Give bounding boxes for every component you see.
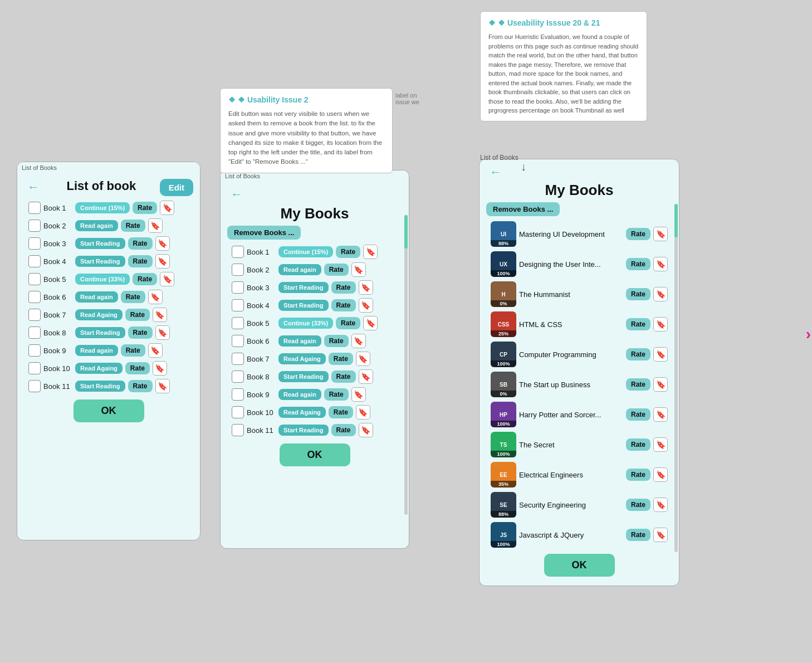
book-checkbox[interactable] [28, 273, 41, 285]
book-checkbox[interactable] [28, 309, 41, 321]
rate-button[interactable]: Rate [128, 380, 153, 392]
rate-button[interactable]: Rate [125, 362, 150, 374]
bookmark-button[interactable]: 🔖 [653, 227, 668, 241]
bookmark-button[interactable]: 🔖 [148, 290, 163, 304]
bookmark-button[interactable]: 🔖 [359, 423, 373, 437]
rate-button[interactable]: Rate [331, 281, 356, 294]
rate-button[interactable]: Rate [626, 438, 650, 451]
reading-action-button[interactable]: Read again [75, 291, 118, 303]
panel1-ok-button[interactable]: OK [74, 399, 144, 422]
reading-action-button[interactable]: Start Reading [75, 381, 125, 392]
book-checkbox[interactable] [232, 281, 244, 294]
bookmark-button[interactable]: 🔖 [351, 334, 366, 348]
panel2-remove-button[interactable]: Remove Books ... [227, 226, 301, 240]
reading-action-button[interactable]: Read again [75, 220, 118, 231]
book-thumbnail[interactable]: CSS 25% [491, 311, 516, 337]
bookmark-button[interactable]: 🔖 [653, 528, 668, 542]
bookmark-button[interactable]: 🔖 [155, 236, 170, 251]
book-checkbox[interactable] [28, 380, 41, 392]
book-checkbox[interactable] [232, 317, 244, 329]
bookmark-button[interactable]: 🔖 [653, 317, 668, 332]
reading-action-button[interactable]: Start Reading [278, 371, 329, 382]
bookmark-button[interactable]: 🔖 [653, 467, 668, 482]
reading-action-button[interactable]: Start Reading [278, 282, 329, 293]
book-thumbnail[interactable]: CP 100% [491, 342, 516, 367]
book-thumbnail[interactable]: UI 88% [491, 221, 516, 247]
panel3-remove-button[interactable]: Remove Books ... [486, 202, 560, 216]
rate-button[interactable]: Rate [128, 237, 153, 250]
panel3-scrollbar-track[interactable] [674, 204, 678, 552]
rate-button[interactable]: Rate [626, 318, 650, 330]
panel3-ok-button[interactable]: OK [544, 554, 615, 577]
rate-button[interactable]: Rate [121, 291, 145, 303]
rate-button[interactable]: Rate [128, 326, 153, 339]
reading-action-button[interactable]: Start Reading [278, 300, 329, 311]
bookmark-button[interactable]: 🔖 [148, 218, 163, 233]
bookmark-button[interactable]: 🔖 [653, 437, 668, 452]
reading-action-button[interactable]: Continue (33%) [75, 274, 130, 285]
bookmark-button[interactable]: 🔖 [653, 377, 668, 392]
book-checkbox[interactable] [232, 335, 244, 347]
rate-button[interactable]: Rate [626, 348, 650, 360]
rate-button[interactable]: Rate [125, 309, 150, 321]
book-checkbox[interactable] [28, 255, 41, 267]
book-checkbox[interactable] [232, 388, 244, 401]
rate-button[interactable]: Rate [331, 424, 356, 436]
reading-action-button[interactable]: Read again [278, 264, 321, 275]
book-thumbnail[interactable]: JS 100% [491, 522, 516, 548]
panel2-ok-button[interactable]: OK [280, 443, 350, 466]
book-checkbox[interactable] [232, 424, 244, 436]
bookmark-button[interactable]: 🔖 [653, 498, 668, 512]
rate-button[interactable]: Rate [626, 408, 650, 421]
reading-action-button[interactable]: Start Reading [75, 256, 125, 267]
rate-button[interactable]: Rate [336, 317, 360, 329]
bookmark-button[interactable]: 🔖 [359, 298, 373, 313]
rate-button[interactable]: Rate [121, 220, 145, 232]
rate-button[interactable]: Rate [626, 469, 650, 481]
panel2-scrollbar-thumb[interactable] [404, 215, 408, 248]
reading-action-button[interactable]: Start Reading [75, 238, 125, 249]
book-checkbox[interactable] [232, 406, 244, 418]
book-checkbox[interactable] [28, 362, 41, 374]
panel1-edit-button[interactable]: Edit [160, 179, 193, 196]
rate-button[interactable]: Rate [626, 378, 650, 391]
panel2-back-arrow[interactable]: ← [227, 186, 246, 203]
panel3-back-arrow[interactable]: ← [486, 164, 505, 181]
reading-action-button[interactable]: Start Reading [278, 425, 329, 436]
reading-action-button[interactable]: Read again [278, 335, 321, 347]
rate-button[interactable]: Rate [626, 288, 650, 300]
bookmark-button[interactable]: 🔖 [359, 280, 373, 295]
bookmark-button[interactable]: 🔖 [653, 287, 668, 301]
bookmark-button[interactable]: 🔖 [160, 201, 174, 215]
bookmark-button[interactable]: 🔖 [351, 262, 366, 277]
rate-button[interactable]: Rate [133, 202, 157, 214]
bookmark-button[interactable]: 🔖 [363, 245, 378, 259]
bookmark-button[interactable]: 🔖 [155, 254, 170, 269]
book-checkbox[interactable] [232, 246, 244, 258]
rate-button[interactable]: Rate [329, 406, 353, 418]
book-checkbox[interactable] [232, 370, 244, 383]
rate-button[interactable]: Rate [331, 370, 356, 383]
book-checkbox[interactable] [28, 344, 41, 357]
rate-button[interactable]: Rate [336, 246, 360, 258]
bookmark-button[interactable]: 🔖 [356, 405, 370, 420]
reading-action-button[interactable]: Continue (15%) [75, 202, 130, 213]
rate-button[interactable]: Rate [121, 344, 145, 357]
reading-action-button[interactable]: Continue (33%) [278, 318, 333, 329]
reading-action-button[interactable]: Read Againg [75, 309, 123, 320]
reading-action-button[interactable]: Continue (15%) [278, 246, 333, 257]
bookmark-button[interactable]: 🔖 [148, 343, 163, 358]
rate-button[interactable]: Rate [329, 353, 353, 365]
rate-button[interactable]: Rate [324, 335, 349, 347]
reading-action-button[interactable]: Read Againg [278, 407, 326, 418]
book-thumbnail[interactable]: SB 0% [491, 372, 516, 397]
bookmark-button[interactable]: 🔖 [160, 272, 174, 286]
reading-action-button[interactable]: Read Againg [75, 363, 123, 374]
book-checkbox[interactable] [232, 353, 244, 365]
bookmark-button[interactable]: 🔖 [359, 369, 373, 384]
book-checkbox[interactable] [28, 202, 41, 214]
reading-action-button[interactable]: Read again [278, 389, 321, 400]
rate-button[interactable]: Rate [128, 255, 153, 267]
rate-button[interactable]: Rate [324, 388, 349, 401]
panel1-back-arrow[interactable]: ← [24, 179, 43, 196]
